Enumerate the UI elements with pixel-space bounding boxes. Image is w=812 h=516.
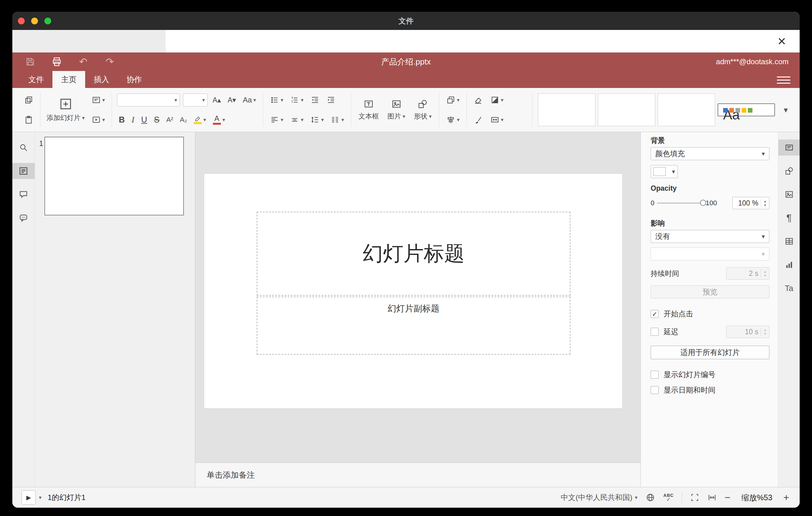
show-date-time-checkbox[interactable] <box>651 386 659 394</box>
fill-color-select[interactable]: ▾ <box>651 165 678 178</box>
spellcheck-icon[interactable]: ABC ✓ <box>663 493 673 502</box>
left-toolbar-strip <box>12 132 35 487</box>
vertical-align-icon[interactable]: ▾ <box>288 114 306 125</box>
feedback-icon[interactable] <box>12 210 35 226</box>
search-icon[interactable] <box>12 140 35 155</box>
slide-editing-area[interactable]: 幻灯片标题 幻灯片副标题 <box>204 173 622 409</box>
font-name-combo[interactable]: ▾ <box>117 93 180 107</box>
bullet-list-icon[interactable]: ▾ <box>268 94 285 106</box>
theme-preview[interactable] <box>598 93 655 126</box>
shape-settings-icon[interactable] <box>778 163 800 179</box>
desktop: 文件 × ↶ ↷ 产品介绍.pptx adm** <box>0 0 812 516</box>
right-toolbar-strip: ¶ Ta <box>778 132 800 487</box>
increase-font-icon[interactable]: A▴ <box>211 95 223 105</box>
tab-home[interactable]: 主页 <box>53 71 85 88</box>
slide-size-icon[interactable]: ▾ <box>488 114 506 125</box>
add-slide-button[interactable]: 添加幻灯片▾ <box>44 88 88 132</box>
copy-style-icon[interactable] <box>472 114 485 125</box>
fit-to-slide-icon[interactable] <box>690 493 699 502</box>
slide-layout-icon[interactable]: ▾ <box>90 94 107 106</box>
slide-thumbnail[interactable] <box>45 137 184 216</box>
chart-settings-icon[interactable] <box>778 257 800 273</box>
insert-image-button[interactable]: 图片▾ <box>383 88 410 132</box>
start-on-click-checkbox[interactable]: ✓ <box>651 310 659 318</box>
strikethrough-icon[interactable]: S <box>152 114 161 125</box>
columns-icon[interactable]: ▾ <box>328 114 346 125</box>
zoom-in-icon[interactable]: + <box>783 492 789 503</box>
show-slide-number-checkbox[interactable] <box>651 371 659 379</box>
apply-to-all-button[interactable]: 适用于所有幻灯片 <box>651 346 770 359</box>
theme-preview[interactable] <box>538 93 596 126</box>
fill-color-icon[interactable]: ▾ <box>488 94 506 106</box>
line-spacing-icon[interactable]: ▾ <box>309 114 326 125</box>
insert-textbox-button[interactable]: 文本框 <box>354 88 383 132</box>
superscript-icon[interactable]: A² <box>165 115 175 124</box>
subscript-icon[interactable]: A₂ <box>178 115 189 124</box>
tab-insert[interactable]: 插入 <box>85 71 118 88</box>
font-color-icon[interactable]: A ▾ <box>211 114 227 126</box>
table-settings-icon[interactable] <box>778 233 800 249</box>
paragraph-settings-icon[interactable]: ¶ <box>778 210 800 226</box>
numbered-list-icon[interactable]: ▾ <box>288 94 306 106</box>
start-slideshow-icon[interactable]: ▾ <box>90 114 107 125</box>
horizontal-align-icon[interactable]: ▾ <box>268 114 285 125</box>
start-preview-icon[interactable]: ▶ <box>22 490 36 505</box>
comments-icon[interactable] <box>12 187 35 202</box>
paste-icon[interactable] <box>22 114 35 125</box>
change-case-icon[interactable]: Aa▾ <box>241 95 258 105</box>
opacity-min: 0 <box>651 199 654 207</box>
opacity-row: 0 100 100 % ▴▾ <box>651 197 770 209</box>
chevron-down-icon: ▾ <box>82 115 85 121</box>
start-on-click-label: 开始点击 <box>664 309 693 319</box>
theme-preview-selected[interactable]: Aa <box>718 104 775 116</box>
language-selector[interactable]: 中文(中华人民共和国) ▾ <box>561 492 638 503</box>
font-size-combo[interactable]: ▾ <box>183 93 208 107</box>
notes-area[interactable]: 单击添加备注 <box>195 463 640 487</box>
chevron-down-icon[interactable]: ▾ <box>39 495 42 500</box>
fit-to-width-icon[interactable] <box>707 493 717 502</box>
set-language-icon[interactable] <box>645 492 655 503</box>
italic-icon[interactable]: I <box>130 114 136 125</box>
title-placeholder[interactable]: 幻灯片标题 <box>257 212 571 296</box>
insert-shape-button[interactable]: 形状▾ <box>410 88 436 132</box>
fill-size-group: ▾ ▾ <box>487 88 508 132</box>
zoom-out-icon[interactable]: − <box>725 492 730 503</box>
theme-gallery-expand-icon[interactable]: ▾ <box>778 93 794 126</box>
align-shapes-icon[interactable]: ▾ <box>444 114 462 125</box>
tab-collaboration[interactable]: 协作 <box>118 71 150 88</box>
clear-style-icon[interactable] <box>472 94 485 106</box>
menu-icon[interactable] <box>777 75 790 85</box>
decrease-font-icon[interactable]: A▾ <box>226 95 238 105</box>
underline-icon[interactable]: U <box>140 114 149 125</box>
fill-type-select[interactable]: 颜色填充 ▾ <box>651 147 770 160</box>
arrange-shapes-icon[interactable]: ▾ <box>444 94 462 106</box>
font-group: ▾ ▾ A▴ A▾ Aa▾ B I U S A² A₂ <box>115 88 260 132</box>
opacity-slider-knob[interactable] <box>700 200 706 206</box>
slide-subtitle-text[interactable]: 幻灯片副标题 <box>388 303 440 314</box>
slide-title-text[interactable]: 幻灯片标题 <box>363 240 465 267</box>
opacity-input[interactable]: 100 % ▴▾ <box>732 197 770 209</box>
window-title: 文件 <box>12 16 800 26</box>
image-settings-icon[interactable] <box>778 187 800 202</box>
tab-file[interactable]: 文件 <box>20 71 53 88</box>
style-tools-group <box>470 88 487 132</box>
subtitle-placeholder[interactable]: 幻灯片副标题 <box>257 296 571 354</box>
increase-indent-icon[interactable] <box>324 94 338 106</box>
textart-settings-icon[interactable]: Ta <box>778 280 800 296</box>
delay-checkbox[interactable] <box>651 328 659 336</box>
bold-icon[interactable]: B <box>117 114 127 125</box>
show-slide-number-label: 显示幻灯片编号 <box>664 370 716 380</box>
decrease-indent-icon[interactable] <box>309 94 321 106</box>
opacity-slider[interactable] <box>657 202 703 204</box>
notes-placeholder: 单击添加备注 <box>207 470 255 481</box>
theme-preview[interactable] <box>658 93 715 126</box>
copy-icon[interactable] <box>22 94 35 106</box>
editor-header: ↶ ↷ 产品介绍.pptx adm***@dootask.com 文件 主页 插… <box>12 53 800 88</box>
highlight-color-icon[interactable]: ▾ <box>192 114 208 125</box>
chevron-down-icon: ▾ <box>762 233 765 239</box>
ribbon-tabs: 文件 主页 插入 协作 <box>12 71 800 88</box>
close-icon[interactable]: × <box>773 32 790 50</box>
effect-select[interactable]: 没有 ▾ <box>651 230 770 243</box>
slide-settings-icon[interactable] <box>778 140 800 155</box>
slides-panel-icon[interactable] <box>12 163 35 179</box>
